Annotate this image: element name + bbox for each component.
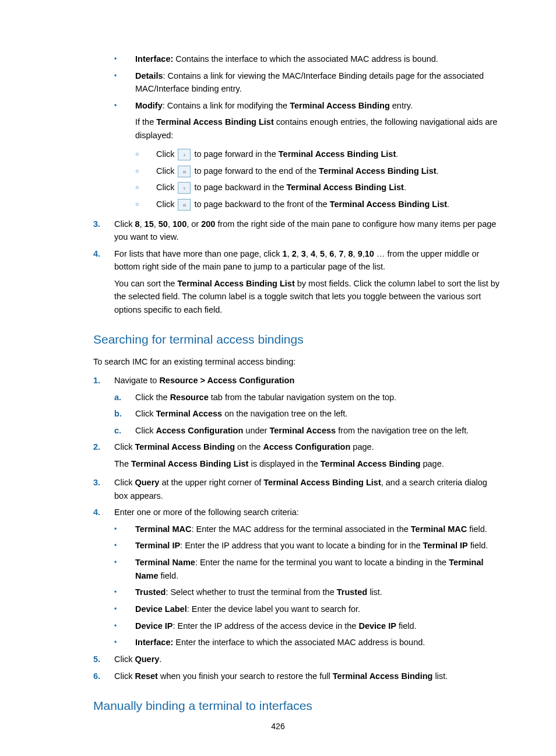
- text: : Enter the IP address that you want to …: [180, 541, 423, 550]
- document-page: • Interface: Contains the interface to w…: [0, 0, 556, 756]
- bullet-details: • Details: Contains a link for viewing t…: [114, 69, 501, 96]
- bold-term: Terminal Access Binding: [135, 442, 235, 452]
- nav-first: ○ Click « to page backward to the front …: [135, 198, 501, 211]
- label: Interface:: [135, 638, 173, 647]
- bold-term: Terminal Access Binding List: [156, 117, 273, 127]
- criteria-device-ip: • Device IP: Enter the IP address of the…: [114, 620, 501, 633]
- heading-manually-binding: Manually binding a terminal to interface…: [93, 696, 501, 716]
- bold-term: Query: [135, 478, 159, 487]
- bold-term: Terminal Access Binding List: [131, 459, 248, 468]
- text: ,: [287, 249, 292, 258]
- text: field.: [467, 524, 487, 534]
- bold-term: Terminal Access Binding: [290, 101, 390, 110]
- bold-term: Access Configuration: [263, 442, 350, 452]
- bold: 15: [145, 219, 154, 229]
- circle-icon: ○: [135, 164, 156, 177]
- bold-term: Terminal IP: [423, 541, 468, 550]
- intro-searching: To search IMC for an existing terminal a…: [93, 355, 501, 368]
- bold-term: Terminal Access Binding: [321, 459, 421, 468]
- text: list.: [367, 587, 382, 597]
- text: : Enter the name for the terminal you wa…: [195, 558, 449, 567]
- bold: 50: [159, 219, 168, 229]
- nav-last: ○ Click » to page forward to the end of …: [135, 164, 501, 177]
- bold-term: Query: [135, 654, 159, 664]
- bold-term: Terminal Access Binding List: [263, 478, 381, 487]
- bold-term: Trusted: [337, 587, 367, 597]
- text: Click: [156, 166, 177, 176]
- text: page.: [420, 459, 444, 468]
- bold: 8: [135, 219, 139, 229]
- bold-term: Access Configuration: [156, 426, 243, 435]
- bold: 9: [358, 249, 363, 258]
- text: : Contains a link for viewing the MAC/In…: [135, 71, 484, 93]
- page-prev-icon: ‹: [178, 182, 191, 194]
- text: If the: [135, 117, 156, 127]
- text: Click: [156, 149, 177, 159]
- text: You can sort the: [114, 279, 177, 288]
- bold-term: Terminal Access Binding List: [177, 279, 294, 288]
- text: ,: [353, 249, 358, 258]
- step2-3: 3. Click Query at the upper right corner…: [93, 476, 501, 502]
- criteria-interface: • Interface: Enter the interface to whic…: [114, 636, 501, 649]
- text: Click: [135, 409, 156, 418]
- bold: 4: [311, 249, 315, 258]
- text: Click the: [135, 393, 170, 402]
- text: field.: [396, 621, 417, 631]
- bullet-icon: •: [114, 52, 135, 66]
- text: Click: [114, 478, 135, 487]
- label: Modify: [135, 101, 163, 110]
- step2-2-continuation: The Terminal Access Binding List is disp…: [114, 457, 501, 470]
- step-number: 4.: [93, 506, 114, 519]
- page-first-icon: «: [178, 199, 191, 211]
- bold: 8: [349, 249, 353, 258]
- bold-term: Terminal Access Binding List: [330, 200, 447, 209]
- bold: 3: [301, 249, 306, 258]
- text: : Enter the MAC address for the terminal…: [191, 524, 410, 534]
- text: Click: [114, 671, 135, 681]
- text: Click: [135, 426, 156, 435]
- step2-1a: a. Click the Resource tab from the tabul…: [114, 391, 501, 404]
- text: ,: [343, 249, 348, 258]
- label: Interface:: [135, 54, 173, 64]
- bold-term: Terminal Access: [269, 426, 336, 435]
- label: Device IP: [135, 621, 173, 631]
- bold-term: Terminal Access Binding: [333, 671, 433, 681]
- text: Enter the interface to which the associa…: [173, 638, 425, 647]
- step2-4: 4. Enter one or more of the following se…: [93, 506, 501, 519]
- step-number: 1.: [93, 374, 114, 387]
- step-number: 3.: [93, 218, 114, 244]
- bullet-icon: •: [114, 539, 135, 552]
- bullet-icon: •: [114, 523, 135, 536]
- nav-prev: ○ Click ‹ to page backward in the Termin…: [135, 181, 501, 194]
- text: to page forward to the end of the: [192, 166, 319, 176]
- bold: 5: [320, 249, 325, 258]
- bullet-icon: •: [114, 586, 135, 599]
- bold-term: Terminal Access Binding List: [279, 149, 396, 159]
- text: is displayed in the: [248, 459, 320, 468]
- text: on the: [235, 442, 263, 452]
- criteria-device-label: • Device Label: Enter the device label y…: [114, 603, 501, 616]
- text: entry.: [390, 101, 413, 110]
- circle-icon: ○: [135, 181, 156, 194]
- page-number: 426: [0, 720, 556, 733]
- text: Contains the interface to which the asso…: [173, 54, 438, 64]
- bold: 2: [292, 249, 297, 258]
- bullet-icon: •: [114, 620, 135, 633]
- text: field.: [159, 571, 179, 580]
- step-4-continuation: You can sort the Terminal Access Binding…: [114, 277, 501, 316]
- bold-term: Terminal Access: [156, 409, 222, 418]
- text: : Select whether to trust the terminal f…: [166, 587, 336, 597]
- bold: 200: [201, 219, 215, 229]
- text: , or: [186, 219, 201, 229]
- bullet-icon: •: [114, 69, 135, 96]
- nav-forward: ○ Click › to page forward in the Termina…: [135, 148, 501, 160]
- label: Device Label: [135, 604, 187, 614]
- label: Terminal MAC: [135, 524, 191, 534]
- label: Details: [135, 71, 163, 80]
- bold-term: Terminal MAC: [411, 524, 467, 534]
- step-number: 3.: [93, 476, 114, 502]
- text: under: [243, 426, 269, 435]
- step-number: 5.: [93, 653, 114, 666]
- step2-1: 1. Navigate to Resource > Access Configu…: [93, 374, 501, 387]
- text: Click: [114, 442, 135, 452]
